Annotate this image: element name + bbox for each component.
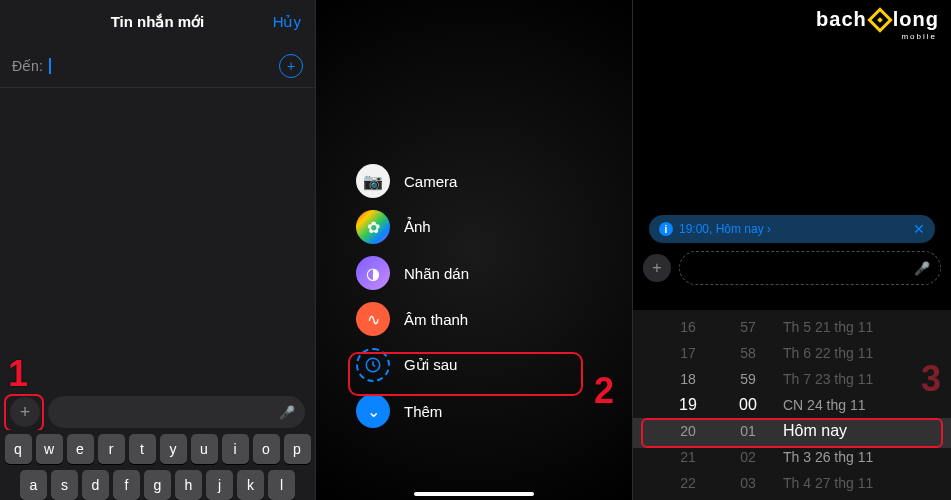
panel-new-message: Tin nhắn mới Hủy Đến: + 1 + 🎤 qwertyuiop… bbox=[0, 0, 316, 500]
mic-icon[interactable]: 🎤 bbox=[914, 261, 930, 276]
picker-value[interactable]: 18 bbox=[663, 366, 713, 392]
picker-value[interactable]: 00 bbox=[723, 392, 773, 418]
picker-day-column[interactable]: Th 4 20 thg 11Th 5 21 thg 11Th 6 22 thg … bbox=[783, 310, 933, 500]
key-y[interactable]: y bbox=[160, 434, 187, 464]
nav-title: Tin nhắn mới bbox=[111, 13, 205, 31]
picker-value[interactable]: 22 bbox=[663, 470, 713, 496]
picker-value[interactable]: CN 24 thg 11 bbox=[783, 392, 933, 418]
key-i[interactable]: i bbox=[222, 434, 249, 464]
picker-value[interactable]: 58 bbox=[723, 340, 773, 366]
picker-value[interactable]: 04 bbox=[723, 496, 773, 500]
key-p[interactable]: p bbox=[284, 434, 311, 464]
logo-text-1: bach bbox=[816, 8, 867, 31]
menu-item-photos[interactable]: ✿Ảnh bbox=[356, 204, 632, 250]
step-badge-2: 2 bbox=[594, 370, 614, 412]
key-f[interactable]: f bbox=[113, 470, 140, 500]
menu-item-label: Camera bbox=[404, 173, 457, 190]
picker-value[interactable]: 17 bbox=[663, 340, 713, 366]
menu-item-label: Ảnh bbox=[404, 218, 431, 236]
menu-item-camera[interactable]: 📷Camera bbox=[356, 158, 632, 204]
cancel-button[interactable]: Hủy bbox=[273, 13, 301, 31]
recipient-row[interactable]: Đến: + bbox=[0, 44, 315, 88]
home-indicator bbox=[414, 492, 534, 496]
logo-icon bbox=[867, 7, 892, 32]
message-input[interactable]: 🎤 bbox=[48, 396, 305, 428]
scheduled-time-pill[interactable]: i 19:00, Hôm nay › ✕ bbox=[649, 215, 935, 243]
kbd-row-2: asdfghjkl bbox=[2, 470, 313, 500]
kbd-row-1: qwertyuiop bbox=[2, 434, 313, 464]
picker-value[interactable]: 23 bbox=[663, 496, 713, 500]
panel-schedule-picker: bach long mobile i 19:00, Hôm nay › ✕ + … bbox=[633, 0, 951, 500]
menu-item-label: Nhãn dán bbox=[404, 265, 469, 282]
key-h[interactable]: h bbox=[175, 470, 202, 500]
scheduled-time-label: 19:00, Hôm nay › bbox=[679, 222, 907, 236]
nav-bar: Tin nhắn mới Hủy bbox=[0, 0, 315, 44]
key-s[interactable]: s bbox=[51, 470, 78, 500]
picker-value[interactable]: 19 bbox=[663, 392, 713, 418]
key-k[interactable]: k bbox=[237, 470, 264, 500]
key-u[interactable]: u bbox=[191, 434, 218, 464]
menu-item-sticker[interactable]: ◑Nhãn dán bbox=[356, 250, 632, 296]
key-r[interactable]: r bbox=[98, 434, 125, 464]
key-t[interactable]: t bbox=[129, 434, 156, 464]
logo-subtitle: mobile bbox=[901, 32, 937, 41]
more-icon: ⌄ bbox=[356, 394, 390, 428]
picker-value[interactable]: 59 bbox=[723, 366, 773, 392]
menu-item-label: Âm thanh bbox=[404, 311, 468, 328]
info-icon: i bbox=[659, 222, 673, 236]
picker-value[interactable]: Th 6 22 thg 11 bbox=[783, 340, 933, 366]
message-input-dashed[interactable]: 🎤 bbox=[679, 251, 941, 285]
key-o[interactable]: o bbox=[253, 434, 280, 464]
picker-value[interactable]: 16 bbox=[663, 314, 713, 340]
scheduled-compose-area: i 19:00, Hôm nay › ✕ + 🎤 bbox=[643, 215, 941, 285]
key-j[interactable]: j bbox=[206, 470, 233, 500]
photos-icon: ✿ bbox=[356, 210, 390, 244]
text-cursor bbox=[49, 58, 51, 74]
picker-value[interactable]: Th 5 21 thg 11 bbox=[783, 314, 933, 340]
logo-text-2: long bbox=[893, 8, 939, 31]
picker-hour-column[interactable]: 151617181920212223 bbox=[663, 310, 713, 500]
key-g[interactable]: g bbox=[144, 470, 171, 500]
highlight-plus bbox=[4, 394, 44, 432]
compose-row: + 🎤 bbox=[643, 251, 941, 285]
brand-logo: bach long bbox=[816, 8, 939, 31]
picker-value[interactable]: Th 4 27 thg 11 bbox=[783, 470, 933, 496]
audio-icon: ∿ bbox=[356, 302, 390, 336]
key-d[interactable]: d bbox=[82, 470, 109, 500]
picker-value[interactable]: Th 7 23 thg 11 bbox=[783, 366, 933, 392]
step-badge-1: 1 bbox=[8, 353, 28, 395]
picker-value[interactable]: 57 bbox=[723, 314, 773, 340]
mic-icon[interactable]: 🎤 bbox=[279, 405, 295, 420]
picker-minute-column[interactable]: 565758590001020304 bbox=[723, 310, 773, 500]
picker-value[interactable]: 03 bbox=[723, 470, 773, 496]
key-w[interactable]: w bbox=[36, 434, 63, 464]
camera-icon: 📷 bbox=[356, 164, 390, 198]
sticker-icon: ◑ bbox=[356, 256, 390, 290]
key-a[interactable]: a bbox=[20, 470, 47, 500]
menu-item-audio[interactable]: ∿Âm thanh bbox=[356, 296, 632, 342]
add-contact-icon[interactable]: + bbox=[279, 54, 303, 78]
key-e[interactable]: e bbox=[67, 434, 94, 464]
keyboard: qwertyuiop asdfghjkl bbox=[0, 430, 315, 500]
highlight-send-later bbox=[348, 352, 583, 396]
close-icon[interactable]: ✕ bbox=[913, 221, 925, 237]
key-q[interactable]: q bbox=[5, 434, 32, 464]
menu-item-label: Thêm bbox=[404, 403, 442, 420]
to-label: Đến: bbox=[12, 58, 43, 74]
plus-button[interactable]: + bbox=[643, 254, 671, 282]
datetime-picker[interactable]: 151617181920212223 565758590001020304 Th… bbox=[633, 310, 951, 500]
panel-attachment-menu: 📷Camera✿Ảnh◑Nhãn dán∿Âm thanhGửi sau⌄Thê… bbox=[316, 0, 633, 500]
picker-value[interactable]: Th 5 28 thg 11 bbox=[783, 496, 933, 500]
highlight-picker-row bbox=[641, 418, 943, 448]
compose-bar: + 🎤 bbox=[0, 396, 315, 428]
key-l[interactable]: l bbox=[268, 470, 295, 500]
